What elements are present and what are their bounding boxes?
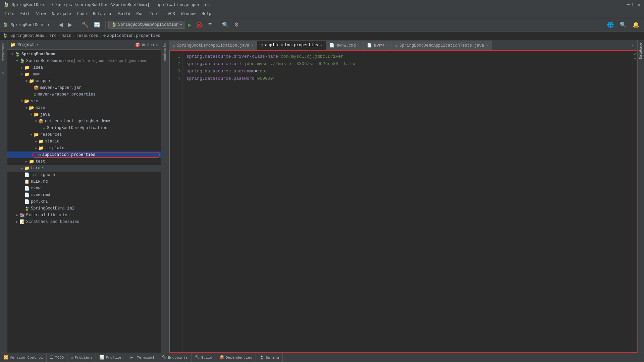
tab-more-button[interactable]: ⋮ xyxy=(627,41,637,50)
spring-tab[interactable]: 🍃 Spring xyxy=(256,353,283,362)
tab-mvnw-close[interactable]: ✕ xyxy=(386,43,388,48)
menu-item-vcs[interactable]: VCS xyxy=(165,11,178,17)
tree-arrow-target: ▶ xyxy=(19,166,24,170)
line-num-4: 4 xyxy=(171,75,180,82)
run-config-selector[interactable]: 🍃 SpringBootDemoApplication ▾ xyxy=(108,21,185,29)
build-button[interactable]: 🔨 xyxy=(80,20,91,29)
notifications-button[interactable]: 🔔 xyxy=(631,20,641,29)
tree-item-mvnw[interactable]: ▶ 📄 mvnw xyxy=(7,185,161,192)
settings-button[interactable]: ⚙ xyxy=(232,20,241,29)
tree-item-idea[interactable]: ▶ 📁 .idea xyxy=(7,64,161,71)
tree-item-root[interactable]: ▼ 🍃 SpringBootDemo xyxy=(7,51,161,58)
notifications-label[interactable]: ⚙ xyxy=(2,71,5,75)
project-settings-icon[interactable]: ⚙ xyxy=(151,42,154,48)
editor-content[interactable]: 1 2 3 4 spring.datasource.driver-class-n… xyxy=(169,50,637,353)
tab-mvnw[interactable]: 📄 mvnw ✕ xyxy=(364,41,391,50)
database-label[interactable]: Database xyxy=(638,42,644,60)
dependencies-icon: 📦 xyxy=(219,355,224,360)
project-selector[interactable]: 🍃 SpringBootDemo ▾ xyxy=(3,22,50,27)
tree-item-mvn[interactable]: ▼ 📁 .mvn xyxy=(7,71,161,78)
tree-item-iml[interactable]: ▶ 🍃 SpringBootDemo.iml xyxy=(7,205,161,212)
hide-panel-icon[interactable]: ✕ xyxy=(156,42,159,48)
minimize-button[interactable]: ─ xyxy=(627,2,630,8)
tab-app-props-close[interactable]: ✕ xyxy=(320,43,323,48)
toolbar-sep-3 xyxy=(105,21,106,29)
tree-label-app-class: SpringBootDemoApplication xyxy=(47,126,107,130)
spring-label: Spring xyxy=(266,356,279,360)
terminal-tab[interactable]: ▶_ Terminal xyxy=(127,353,158,362)
tree-item-test[interactable]: ▶ 📁 test xyxy=(7,158,161,165)
run-button[interactable]: ▶ xyxy=(186,20,193,29)
problems-tab[interactable]: ⚠ Problems xyxy=(67,353,96,362)
tab-tests[interactable]: ☕ SpringBootDemoApplicationTests.java ✕ xyxy=(392,41,492,50)
maximize-button[interactable]: □ xyxy=(632,2,635,8)
tab-app-props[interactable]: ⚙ application.properties ✕ xyxy=(257,41,326,50)
menu-item-view[interactable]: View xyxy=(34,11,49,17)
tab-tests-close[interactable]: ✕ xyxy=(486,43,488,48)
expand-all-icon[interactable]: ⊞ xyxy=(142,42,145,48)
tree-item-static[interactable]: ▶ 📁 static xyxy=(7,138,161,145)
tree-item-maven-jar[interactable]: ▶ 📦 maven-wrapper.jar xyxy=(7,84,161,91)
search-everywhere-button[interactable]: 🔍 xyxy=(220,20,231,29)
tree-item-app-props[interactable]: ▶ ⚙ application.properties xyxy=(7,152,161,158)
tree-item-resources[interactable]: ▼ 📂 resources xyxy=(7,131,161,138)
collapse-all-icon[interactable]: ⊟ xyxy=(147,42,150,48)
menu-item-navigate[interactable]: Navigate xyxy=(49,11,74,17)
version-control-tab[interactable]: 🔀 Version Control xyxy=(0,353,47,362)
tree-item-help-md[interactable]: ▶ 📋 HELP.md xyxy=(7,178,161,185)
tab-mvnw-cmd-close[interactable]: ✕ xyxy=(358,43,360,48)
menu-item-build[interactable]: Build xyxy=(115,11,133,17)
sync-button[interactable]: 🔄 xyxy=(92,20,103,29)
breadcrumb-src[interactable]: src xyxy=(49,34,57,38)
back-button[interactable]: ◀ xyxy=(57,20,65,29)
tree-item-gitignore[interactable]: ▶ 📄 .gitignore xyxy=(7,172,161,178)
tree-item-app-class[interactable]: ▶ ☕ SpringBootDemoApplication xyxy=(7,125,161,131)
dependencies-tab[interactable]: 📦 Dependencies xyxy=(216,353,256,362)
tab-app-java[interactable]: ☕ SpringBootDemoApplication.java ✕ xyxy=(169,41,257,50)
tree-item-templates[interactable]: ▶ 📁 templates xyxy=(7,145,161,152)
menu-item-file[interactable]: File xyxy=(2,11,17,17)
coverage-button[interactable]: ☂ xyxy=(206,20,214,29)
tab-app-java-close[interactable]: ✕ xyxy=(251,43,254,48)
todo-tab[interactable]: ☰ TODO xyxy=(47,353,67,362)
forward-button[interactable]: ▶ xyxy=(66,20,74,29)
menu-item-tools[interactable]: Tools xyxy=(147,11,164,17)
menu-item-refactor[interactable]: Refactor xyxy=(90,11,115,17)
tree-item-pom-xml[interactable]: ▶ 📄 pom.xml xyxy=(7,198,161,205)
build-tab[interactable]: 🔨 Build xyxy=(192,353,216,362)
profiler-tab[interactable]: 📊 Profiler xyxy=(96,353,127,362)
tree-item-java[interactable]: ▼ 📂 java xyxy=(7,111,161,118)
tree-item-target[interactable]: ▶ 📁 target xyxy=(7,165,161,172)
tree-item-mvnw-cmd[interactable]: ▶ 📄 mvnw.cmd xyxy=(7,192,161,198)
project-dropdown-arrow[interactable]: ▾ xyxy=(36,43,39,47)
breadcrumb-resources[interactable]: resources xyxy=(76,34,98,38)
menu-item-window[interactable]: Window xyxy=(178,11,198,17)
tree-item-main[interactable]: ▼ 📂 main xyxy=(7,105,161,111)
breadcrumb-project[interactable]: SpringBootDemo xyxy=(10,34,44,38)
search-button[interactable]: 🔍 xyxy=(618,20,629,29)
tree-arrow-module: ▼ xyxy=(15,59,19,63)
close-button[interactable]: ✕ xyxy=(638,2,641,8)
structure-label[interactable]: Structure xyxy=(2,43,5,61)
translate-button[interactable]: 🌐 xyxy=(605,20,616,29)
idea-folder-icon: 📁 xyxy=(24,65,30,70)
tab-mvnw-cmd[interactable]: 📄 mvnw.cmd ✕ xyxy=(326,41,364,50)
bookmarks-label[interactable]: Bookmarks xyxy=(163,43,167,61)
breadcrumb-main[interactable]: main xyxy=(62,34,71,38)
menu-item-help[interactable]: Help xyxy=(199,11,214,17)
tree-item-scratches[interactable]: ▶ 📝 Scratches and Consoles xyxy=(7,219,161,225)
locate-file-icon[interactable]: 🎯 xyxy=(135,42,140,48)
debug-button[interactable]: 🐞 xyxy=(194,20,204,29)
code-editor[interactable]: spring.datasource.driver-class-name=com.… xyxy=(182,50,633,353)
tree-item-module[interactable]: ▼ 🍃 SpringBootDemo D:\project\springBoot… xyxy=(7,58,161,64)
tree-item-src[interactable]: ▼ 📂 src xyxy=(7,98,161,105)
menu-item-run[interactable]: Run xyxy=(133,11,146,17)
tree-item-maven-props[interactable]: ▶ ⚙ maven-wrapper.properties xyxy=(7,91,161,98)
endpoints-tab[interactable]: 🔌 Endpoints xyxy=(158,353,192,362)
breadcrumb-file[interactable]: application.properties xyxy=(107,34,160,38)
menu-item-edit[interactable]: Edit xyxy=(18,11,33,17)
tree-item-wrapper[interactable]: ▼ 📁 wrapper xyxy=(7,78,161,84)
menu-item-code[interactable]: Code xyxy=(74,11,90,17)
tree-item-package[interactable]: ▼ 📦 net.cch.boot.springbootdemo xyxy=(7,118,161,125)
tree-item-external-libs[interactable]: ▶ 📚 External Libraries xyxy=(7,212,161,219)
